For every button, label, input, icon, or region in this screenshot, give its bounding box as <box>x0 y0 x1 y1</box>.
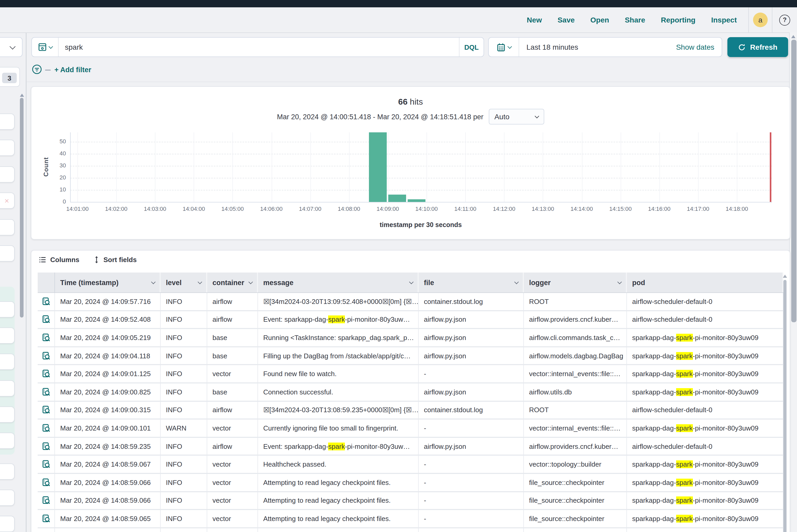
table-row: Mar 20, 2024 @ 14:09:00.315INFOairflow☒[… <box>38 401 783 420</box>
expand-document-button[interactable] <box>42 315 51 324</box>
avatar[interactable]: a <box>753 13 768 27</box>
collapsed-field-box[interactable] <box>0 245 15 262</box>
collapsed-field-box[interactable] <box>0 301 15 318</box>
topnav-new[interactable]: New <box>527 16 542 24</box>
expand-cell <box>38 347 55 364</box>
columns-button[interactable]: Columns <box>39 256 79 264</box>
query-language-button[interactable]: DQL <box>459 38 484 57</box>
collapsed-field-box[interactable] <box>0 140 15 156</box>
collapsed-field-box[interactable] <box>0 380 15 397</box>
pod-cell: sparkapp-dag-spark-pi-monitor-80y3uw09 <box>627 347 783 364</box>
file-cell: airflow.py.json <box>419 311 524 328</box>
collapsed-field-box[interactable] <box>0 327 15 344</box>
sidebar-scroll-up-icon[interactable] <box>20 94 24 97</box>
expand-document-button[interactable] <box>42 406 51 415</box>
container-cell: vector <box>207 474 258 491</box>
column-header-level[interactable]: level <box>161 272 207 292</box>
expand-document-button[interactable] <box>42 424 51 433</box>
collapsed-field-box[interactable] <box>0 490 15 506</box>
topnav-save[interactable]: Save <box>558 16 575 24</box>
collapsed-field-box[interactable] <box>0 166 15 183</box>
expand-document-button[interactable] <box>42 333 51 342</box>
time-cell: Mar 20, 2024 @ 14:08:59.064 <box>55 528 161 532</box>
x-tick-label: 14:08:00 <box>338 206 360 212</box>
container-cell: airflow <box>207 438 258 455</box>
date-picker[interactable]: Last 18 minutes Show dates <box>488 37 722 57</box>
x-gridline <box>504 132 505 202</box>
show-dates-button[interactable]: Show dates <box>676 38 714 57</box>
column-header-message[interactable]: message <box>258 272 419 292</box>
pod-cell: sparkapp-dag-spark-pi-monitor-80y3uw09 <box>627 329 783 346</box>
level-cell: INFO <box>161 528 207 532</box>
pod-cell: airflow-scheduler-default-0 <box>627 438 783 455</box>
x-gridline <box>737 132 737 202</box>
level-cell: WARN <box>161 420 207 437</box>
collapsed-field-box[interactable] <box>0 433 15 449</box>
filter-settings-button[interactable] <box>32 64 42 76</box>
calendar-button[interactable] <box>489 38 519 57</box>
column-header-pod[interactable]: pod <box>627 272 783 292</box>
collapsed-field-box[interactable] <box>0 114 15 130</box>
expand-document-button[interactable] <box>42 496 51 505</box>
interval-select[interactable]: Auto <box>488 109 544 125</box>
file-cell: - <box>419 510 524 527</box>
expand-document-button[interactable] <box>42 514 51 523</box>
expand-document-button[interactable] <box>42 478 51 487</box>
y-gridline <box>70 178 772 178</box>
collapsed-field-box[interactable] <box>0 406 15 423</box>
column-header-container[interactable]: container <box>207 272 258 292</box>
expand-document-button[interactable] <box>42 369 51 378</box>
expand-document-button[interactable] <box>42 442 51 451</box>
x-gridline <box>620 132 621 202</box>
logger-cell: ROOT <box>524 401 627 418</box>
x-gridline <box>426 132 427 202</box>
saved-queries-button[interactable] <box>32 38 59 57</box>
collapsed-field-box[interactable]: × <box>0 192 15 209</box>
expand-document-button[interactable] <box>42 351 51 360</box>
topnav-reporting[interactable]: Reporting <box>661 16 696 24</box>
logger-cell: vector::topology::builder <box>524 456 627 473</box>
chevron-down-icon <box>10 43 15 50</box>
scroll-up-icon[interactable] <box>791 35 795 38</box>
message-cell: Starting file server. <box>258 528 419 532</box>
window-scrollbar[interactable] <box>791 40 796 322</box>
message-cell: Healthcheck passed. <box>258 456 419 473</box>
search-input[interactable] <box>59 38 459 57</box>
container-cell: base <box>207 383 258 400</box>
collapsed-field-box[interactable] <box>0 516 15 532</box>
collapsed-field-box[interactable] <box>0 219 15 235</box>
table-scrollbar[interactable] <box>783 280 786 532</box>
collapsed-field-box[interactable] <box>0 354 15 370</box>
add-filter-button[interactable]: + Add filter <box>54 66 91 74</box>
message-cell: Connection successful. <box>258 383 419 400</box>
inspect-document-icon <box>42 369 51 378</box>
x-tick-label: 14:12:00 <box>493 206 516 212</box>
sidebar-collapse-button[interactable] <box>0 37 22 57</box>
container-cell: vector <box>207 420 258 437</box>
file-cell: airflow.py.json <box>419 329 524 346</box>
refresh-button[interactable]: Refresh <box>727 37 788 57</box>
hits-count: 66 hits <box>32 97 790 107</box>
table-scroll-up-icon[interactable] <box>783 274 787 278</box>
expand-document-button[interactable] <box>42 297 51 306</box>
expand-document-button[interactable] <box>42 460 51 469</box>
inspect-document-icon <box>42 424 51 433</box>
column-header-logger[interactable]: logger <box>524 272 627 292</box>
collapsed-field-box[interactable] <box>0 463 15 480</box>
topnav-share[interactable]: Share <box>625 16 645 24</box>
interval-value: Auto <box>494 112 509 121</box>
histogram-bar <box>369 132 387 202</box>
remove-field-icon[interactable]: × <box>4 196 9 205</box>
column-header-time-timestamp[interactable]: Time (timestamp) <box>55 272 161 292</box>
topnav-inspect[interactable]: Inspect <box>711 16 737 24</box>
expand-document-button[interactable] <box>42 387 51 397</box>
x-gridline <box>233 132 233 202</box>
sort-fields-button[interactable]: Sort fields <box>93 256 136 264</box>
y-tick-label: 10 <box>50 186 66 192</box>
level-cell: INFO <box>161 347 207 364</box>
sidebar-scrollbar[interactable] <box>20 98 23 318</box>
container-cell: vector <box>207 492 258 509</box>
help-icon[interactable]: ? <box>779 14 790 25</box>
column-header-file[interactable]: file <box>419 272 524 292</box>
topnav-open[interactable]: Open <box>590 16 609 24</box>
